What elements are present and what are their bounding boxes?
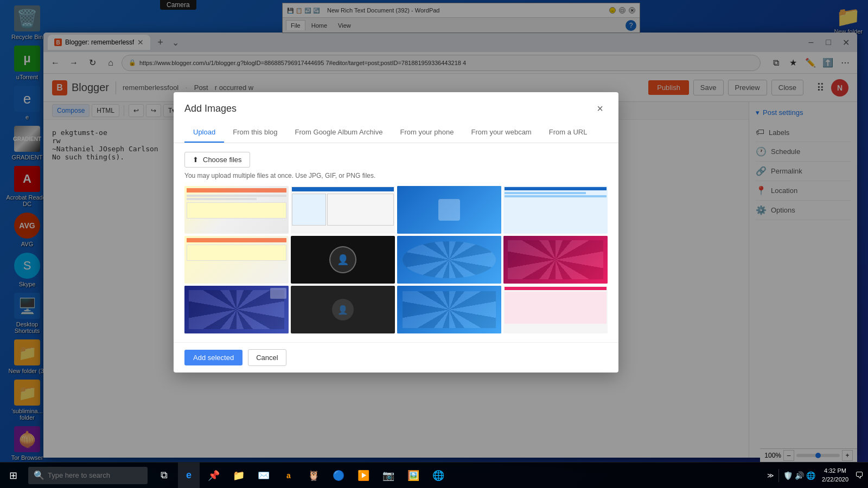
tab-from-google[interactable]: From Google Album Archive <box>286 123 392 143</box>
search-input[interactable] <box>48 471 135 479</box>
taskbar-icon-store[interactable]: 📌 <box>203 463 225 489</box>
taskbar-icon-unknown2[interactable]: 🌐 <box>427 463 449 489</box>
tab-from-url[interactable]: From a URL <box>540 123 596 143</box>
taskbar-network-icon[interactable]: 🌐 <box>806 471 815 480</box>
image-thumb-12[interactable] <box>503 286 608 333</box>
notification-button[interactable]: 🗨 <box>855 471 864 480</box>
modal-footer: Add selected Cancel <box>174 342 618 373</box>
taskbar-icon-tripadvisor[interactable]: 🦉 <box>303 463 324 489</box>
modal-body: ⬆ Choose files You may upload multiple f… <box>174 143 618 342</box>
taskbar-icon-explorer[interactable]: 📁 <box>228 463 250 489</box>
add-images-modal: Add Images × Upload From this blog From … <box>174 92 618 373</box>
choose-files-button[interactable]: ⬆ Choose files <box>184 152 250 168</box>
taskbar: ⊞ 🔍 ⧉ e 📌 📁 ✉️ a 🦉 🔵 ▶️ 📷 🖼️ 🌐 ≫ 🛡️ 🔊 <box>0 462 868 488</box>
taskbar-icon-amazon[interactable]: a <box>278 463 299 489</box>
tab-from-webcam[interactable]: From your webcam <box>462 123 540 143</box>
cancel-button[interactable]: Cancel <box>248 349 286 366</box>
image-thumb-1[interactable] <box>184 186 289 234</box>
image-thumb-3[interactable] <box>397 186 501 234</box>
image-grid: 👤 <box>184 186 608 333</box>
taskbar-volume-icon[interactable]: 🔊 <box>795 471 804 480</box>
tab-from-phone[interactable]: From your phone <box>391 123 462 143</box>
image-thumb-9[interactable] <box>184 286 289 333</box>
taskbar-icon-camera[interactable]: 📷 <box>378 463 399 489</box>
taskbar-icon-edge[interactable]: e <box>178 463 200 489</box>
upload-hint: You may upload multiple files at once. U… <box>184 172 608 179</box>
search-bar[interactable]: 🔍 <box>28 467 148 484</box>
taskbar-icon-mail[interactable]: ✉️ <box>253 463 275 489</box>
modal-header: Add Images × <box>174 92 618 116</box>
taskbar-icon-vlc[interactable]: ▶️ <box>353 463 374 489</box>
start-button[interactable]: ⊞ <box>0 463 26 489</box>
notification-chevron[interactable]: ≫ <box>767 472 774 479</box>
image-thumb-7[interactable] <box>397 236 501 284</box>
modal-close-button[interactable]: × <box>592 101 608 116</box>
image-thumb-5[interactable] <box>184 236 289 284</box>
image-thumb-6[interactable]: 👤 <box>291 236 395 284</box>
taskbar-security-icon: 🛡️ <box>783 471 793 480</box>
desktop: 🗑️ Recycle Bin μ uTorrent e e GRADIENT G… <box>0 0 868 488</box>
tab-upload[interactable]: Upload <box>184 123 224 143</box>
upload-icon: ⬆ <box>193 156 199 164</box>
image-thumb-2[interactable] <box>291 186 395 234</box>
image-thumb-4[interactable] <box>503 186 608 234</box>
image-thumb-8[interactable] <box>503 236 608 284</box>
image-thumb-10[interactable]: 👤 <box>291 286 395 333</box>
image-thumb-11[interactable] <box>397 286 501 333</box>
taskbar-time[interactable]: 4:32 PM 2/22/2020 <box>818 467 853 484</box>
tab-from-blog[interactable]: From this blog <box>224 123 286 143</box>
search-icon: 🔍 <box>34 470 44 480</box>
taskbar-icon-photos[interactable]: 🖼️ <box>403 463 424 489</box>
add-selected-button[interactable]: Add selected <box>184 350 242 365</box>
taskbar-right: ≫ 🛡️ 🔊 🌐 4:32 PM 2/22/2020 🗨 <box>767 467 868 484</box>
taskbar-icons: ⧉ e 📌 📁 ✉️ a 🦉 🔵 ▶️ 📷 🖼️ 🌐 <box>153 463 449 489</box>
taskbar-icon-task-view[interactable]: ⧉ <box>153 463 175 489</box>
taskbar-icon-unknown1[interactable]: 🔵 <box>328 463 349 489</box>
modal-tabs: Upload From this blog From Google Album … <box>174 123 618 143</box>
